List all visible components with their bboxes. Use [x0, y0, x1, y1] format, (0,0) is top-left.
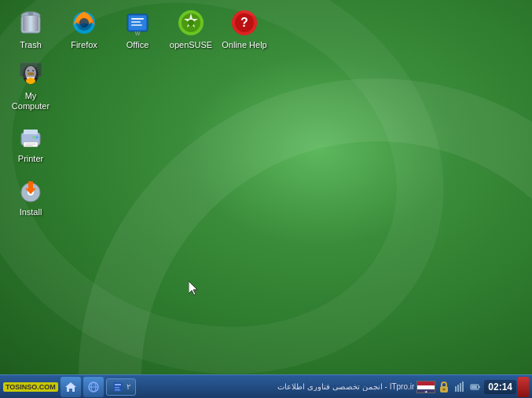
svg-rect-9	[131, 18, 144, 20]
svg-point-13	[178, 10, 204, 35]
trash-label: Trash	[20, 40, 42, 50]
taskbar-marquee-text: ITpro.ir - انجمن تخصصی فناوری اطلاعات	[277, 382, 414, 391]
opensuse-icon-img	[175, 7, 207, 38]
svg-point-17	[235, 13, 254, 32]
my-computer-icon-img	[15, 58, 46, 89]
install-icon-img	[15, 174, 46, 206]
taskbar-clock: 02:14	[484, 380, 516, 394]
taskbar-system-tray: ★	[416, 377, 529, 397]
taskbar-end-button[interactable]	[518, 377, 529, 397]
svg-point-33	[35, 136, 39, 139]
mouse-cursor	[189, 281, 198, 295]
svg-point-22	[27, 69, 30, 72]
svg-rect-48	[115, 389, 120, 391]
svg-marker-39	[25, 188, 36, 194]
online-help-label: Online Help	[222, 40, 266, 50]
tosinso-badge: TOSINSO.COM	[3, 382, 58, 392]
svg-point-15	[188, 20, 194, 26]
online-help-icon-img: ?	[229, 7, 260, 38]
svg-rect-46	[115, 384, 121, 385]
svg-rect-53	[460, 383, 461, 392]
svg-rect-3	[28, 12, 33, 16]
svg-point-26	[28, 72, 34, 75]
printer-label: Printer	[18, 154, 43, 164]
svg-point-50	[443, 388, 446, 390]
taskbar-globe-button[interactable]	[83, 377, 104, 397]
svg-rect-32	[25, 145, 33, 146]
printer-icon[interactable]: Printer	[4, 118, 57, 167]
my-computer-label: MyComputer	[12, 91, 50, 111]
svg-rect-57	[471, 385, 477, 389]
office-icon-img: W	[122, 7, 153, 38]
power-icon[interactable]	[468, 380, 482, 394]
svg-rect-2	[23, 16, 39, 31]
svg-rect-38	[28, 181, 33, 189]
svg-point-25	[32, 70, 34, 71]
svg-point-37	[29, 191, 32, 194]
svg-point-0	[21, 12, 40, 20]
svg-rect-29	[24, 130, 38, 134]
language-flag-icon[interactable]: ★	[416, 381, 435, 393]
svg-point-16	[232, 10, 257, 35]
svg-point-19	[23, 65, 39, 84]
firefox-label: Firefox	[71, 40, 97, 50]
svg-point-21	[26, 78, 35, 84]
svg-text:W: W	[135, 31, 141, 36]
svg-point-14	[182, 13, 200, 32]
svg-point-24	[28, 70, 29, 71]
firefox-icon[interactable]: Firefox	[57, 4, 111, 53]
desktop: Trash Firefox	[0, 0, 532, 374]
svg-point-23	[31, 69, 35, 72]
trash-icon-img	[15, 7, 46, 38]
svg-rect-11	[131, 24, 142, 26]
taskbar: TOSINSO.COM ۲ ITpro.ir - انجمن تخصصی فنا…	[0, 374, 532, 398]
install-label: Install	[20, 207, 42, 217]
my-computer-icon[interactable]: MyComputer	[4, 55, 57, 115]
svg-text:?: ?	[240, 16, 248, 29]
top-icon-row: Trash Firefox	[4, 4, 271, 53]
svg-rect-54	[462, 382, 464, 392]
svg-point-5	[76, 15, 92, 31]
taskbar-home-button[interactable]	[61, 377, 81, 397]
opensuse-label: openSUSE	[170, 40, 212, 50]
svg-marker-41	[65, 382, 76, 392]
svg-rect-52	[457, 385, 459, 392]
svg-rect-7	[127, 14, 148, 31]
taskbar-app-button[interactable]: ۲	[106, 378, 136, 396]
svg-point-20	[25, 66, 36, 80]
office-icon[interactable]: W Office	[111, 4, 164, 53]
svg-rect-27	[20, 63, 42, 77]
firefox-icon-img	[68, 7, 100, 38]
svg-rect-28	[21, 133, 40, 145]
svg-point-34	[32, 136, 35, 139]
svg-rect-56	[479, 386, 480, 388]
svg-point-35	[21, 183, 40, 202]
network-icon[interactable]	[453, 380, 467, 394]
svg-rect-51	[455, 386, 457, 392]
svg-marker-40	[189, 281, 197, 295]
opensuse-icon[interactable]: openSUSE	[164, 4, 218, 53]
svg-point-36	[28, 189, 34, 195]
svg-rect-47	[115, 387, 119, 389]
svg-rect-31	[25, 144, 36, 144]
svg-rect-30	[24, 142, 38, 147]
taskbar-app-icon	[112, 381, 124, 393]
svg-point-4	[73, 12, 95, 34]
online-help-icon[interactable]: ? Online Help	[218, 4, 271, 53]
office-label: Office	[127, 40, 149, 50]
lock-icon[interactable]	[437, 380, 451, 394]
left-icon-column: MyComputer Printer	[4, 55, 57, 221]
taskbar-app-label: ۲	[127, 382, 130, 391]
svg-rect-8	[129, 16, 146, 30]
svg-point-6	[79, 18, 89, 27]
printer-icon-img	[15, 121, 46, 152]
svg-rect-1	[21, 16, 40, 33]
install-icon[interactable]: Install	[4, 171, 57, 221]
svg-rect-10	[131, 21, 141, 23]
trash-icon[interactable]: Trash	[4, 4, 57, 53]
